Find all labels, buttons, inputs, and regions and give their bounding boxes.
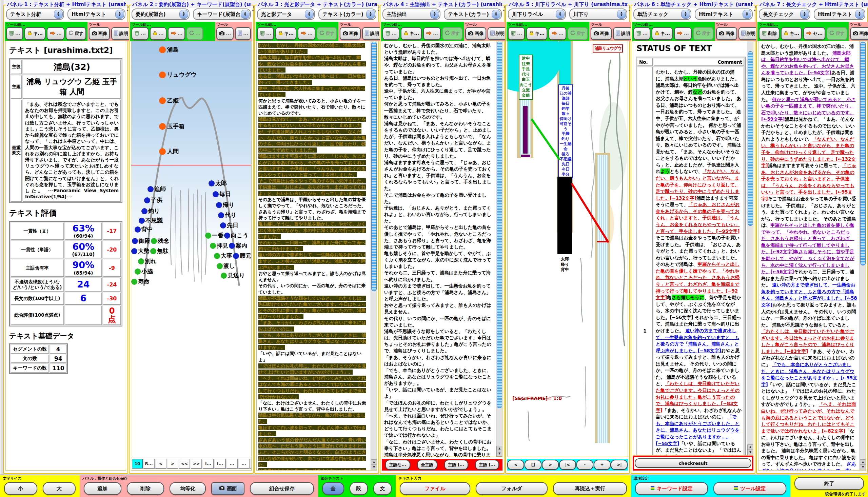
combo-stepper-icon[interactable]: ▲▼ bbox=[742, 10, 751, 19]
part-sentence-button[interactable]: 文 bbox=[373, 482, 392, 495]
segment-forward-button[interactable]: ... bbox=[549, 27, 566, 40]
playback-button[interactable]: < bbox=[507, 460, 524, 470]
keyword-lock-button[interactable]: キ... bbox=[652, 27, 673, 40]
nav-button[interactable]: R... bbox=[143, 459, 155, 469]
tool1-select[interactable]: 要約(展望台)▲▼ bbox=[131, 9, 189, 20]
tool2-select[interactable]: Htmlテキスト▲▼ bbox=[814, 9, 865, 20]
panel-equalize-button[interactable]: 均等化 bbox=[170, 482, 206, 495]
playback-button[interactable]: |< bbox=[559, 460, 576, 470]
tool2-select[interactable]: Htmlテキスト▲▼ bbox=[695, 9, 753, 20]
file-button[interactable]: ファイル bbox=[400, 482, 470, 495]
nav-button[interactable]: ... bbox=[250, 459, 252, 469]
vertical-scrollbar[interactable]: ▲▼ bbox=[496, 41, 502, 457]
screen-button[interactable]: 画面 bbox=[211, 482, 244, 495]
image-button[interactable]: 画像 bbox=[850, 27, 868, 40]
save-combination-button[interactable]: 組合せ保存 bbox=[250, 482, 314, 495]
image-button[interactable]: 画像 bbox=[716, 27, 737, 40]
keyword-lock-button[interactable]: キ... bbox=[275, 27, 296, 40]
playback-button[interactable]: > bbox=[542, 460, 559, 470]
segment-forward-button[interactable]: ... bbox=[674, 27, 692, 40]
scrollbar-thumb[interactable] bbox=[371, 42, 377, 291]
tool1-select[interactable]: 主語抽出▲▼ bbox=[383, 9, 440, 20]
nav-button[interactable]: << bbox=[179, 459, 190, 469]
part-paragraph-button[interactable]: 段 bbox=[350, 482, 368, 495]
combo-stepper-icon[interactable]: ▲▼ bbox=[492, 10, 500, 19]
exit-button[interactable]: 終了 bbox=[794, 477, 864, 490]
combo-stepper-icon[interactable]: ▲▼ bbox=[430, 10, 439, 19]
keyword-lock-button[interactable]: キ... bbox=[526, 27, 547, 40]
description-button[interactable]: 説明 bbox=[362, 27, 382, 40]
tool1-select[interactable]: 光と影データ▲▼ bbox=[257, 9, 315, 20]
combo-stepper-icon[interactable]: ▲▼ bbox=[305, 10, 314, 19]
delete-button[interactable]: ... bbox=[634, 27, 650, 40]
combo-stepper-icon[interactable]: ▲▼ bbox=[115, 10, 124, 19]
image-button[interactable]: 画像 bbox=[590, 27, 612, 40]
tool1-select[interactable]: 長文チェック▲▼ bbox=[759, 9, 810, 20]
delete-button[interactable]: ... bbox=[6, 27, 23, 40]
panel-delete-button[interactable]: 削除 bbox=[127, 482, 165, 495]
panel-splitter-handle[interactable]: ◂▸ bbox=[377, 5, 380, 14]
panel-splitter-handle[interactable]: ◂▸ bbox=[502, 5, 506, 14]
font-small-button[interactable]: 小 bbox=[4, 482, 37, 495]
description-button[interactable]: 説明 bbox=[739, 27, 758, 40]
delete-button[interactable]: 削除 bbox=[759, 27, 780, 40]
subject-filter-button[interactable]: 主語な... bbox=[385, 460, 410, 470]
tool2-select[interactable]: キーワード(展望台)▲▼ bbox=[193, 9, 251, 20]
playback-button[interactable]: - bbox=[577, 460, 593, 470]
segment-forward-button[interactable]: ... bbox=[298, 27, 315, 40]
tool1-select[interactable]: 川下りラベル▲▼ bbox=[508, 9, 566, 20]
tool2-select[interactable]: テキスト(カラー)▲▼ bbox=[318, 9, 376, 20]
panel-splitter-handle[interactable]: ◂▸ bbox=[126, 5, 129, 14]
scrollbar-thumb[interactable] bbox=[748, 51, 753, 226]
delete-button[interactable]: ... bbox=[508, 27, 525, 40]
segment-forward-button[interactable]: ... bbox=[423, 27, 441, 40]
delete-button[interactable]: ... bbox=[257, 27, 274, 40]
nav-button[interactable]: > bbox=[167, 459, 179, 469]
subject-filter-button[interactable]: 全主語 bbox=[417, 460, 437, 470]
panel-splitter-handle[interactable]: ◂▸ bbox=[628, 5, 631, 14]
segment-forward-button[interactable]: ... bbox=[47, 27, 65, 40]
keyword-settings-button[interactable]: キーワード設定 bbox=[635, 482, 708, 495]
subject-filter-button[interactable]: 主語 (... bbox=[475, 460, 499, 470]
keyword-lock-button[interactable]: キ... bbox=[25, 27, 45, 40]
playback-button[interactable]: >| bbox=[611, 460, 628, 470]
combo-stepper-icon[interactable]: ▲▼ bbox=[855, 10, 864, 19]
nav-button[interactable]: I... bbox=[202, 459, 214, 469]
scroll-down-arrow[interactable]: ▼ bbox=[747, 450, 753, 455]
tool1-select[interactable]: テキスト分析▲▼ bbox=[6, 9, 64, 20]
image-button[interactable]: 画像 bbox=[465, 27, 486, 40]
tool1-select[interactable]: 単語チェック▲▼ bbox=[634, 9, 691, 20]
nav-button[interactable]: ... bbox=[226, 459, 238, 469]
scroll-down-arrow[interactable]: ▼ bbox=[496, 451, 502, 457]
combo-stepper-icon[interactable]: ▲▼ bbox=[241, 10, 250, 19]
segment-forward-button[interactable]: セ... bbox=[803, 27, 825, 40]
combo-stepper-icon[interactable]: ▲▼ bbox=[366, 10, 375, 19]
panel-add-button[interactable]: 追加 bbox=[84, 482, 122, 495]
checkresult-button[interactable]: checkresult bbox=[635, 458, 751, 468]
image-button[interactable]: 画像 bbox=[340, 27, 361, 40]
tool2-select[interactable]: Htmlテキスト▲▼ bbox=[68, 9, 126, 20]
reload-run-button[interactable]: 再読込＋実行 bbox=[553, 482, 627, 495]
combo-stepper-icon[interactable]: ▲▼ bbox=[179, 10, 188, 19]
tool2-select[interactable]: 川下り▲▼ bbox=[569, 9, 627, 20]
combo-stepper-icon[interactable]: ▲▼ bbox=[800, 10, 809, 19]
scrollbar-thumb[interactable] bbox=[860, 42, 866, 266]
tool-settings-button[interactable]: ツール設定 bbox=[713, 482, 786, 495]
keyword-lock-button[interactable]: キ... bbox=[781, 27, 802, 40]
part-all-button[interactable]: 全 bbox=[322, 482, 344, 495]
description-button[interactable]: 説明 bbox=[613, 27, 633, 40]
subject-filter-button[interactable]: 主語 (... bbox=[444, 460, 468, 470]
nav-button[interactable]: ... bbox=[238, 459, 250, 469]
combo-stepper-icon[interactable]: ▲▼ bbox=[681, 10, 690, 19]
description-button[interactable]: 説明 bbox=[111, 27, 131, 40]
vertical-scrollbar[interactable]: ▲▼ bbox=[747, 41, 753, 455]
nav-button[interactable]: I... bbox=[214, 459, 226, 469]
nav-button[interactable]: < bbox=[155, 459, 167, 469]
image-button[interactable]: ... bbox=[216, 27, 233, 40]
keyword-lock-button[interactable]: キ... bbox=[401, 27, 422, 40]
image-button[interactable]: 画像 bbox=[89, 27, 110, 40]
keyword-lock-button[interactable]: ... bbox=[150, 27, 167, 40]
font-large-button[interactable]: 大 bbox=[43, 482, 76, 495]
segment-forward-button[interactable]: ... bbox=[168, 27, 185, 40]
description-button[interactable]: 説明 bbox=[487, 27, 507, 40]
